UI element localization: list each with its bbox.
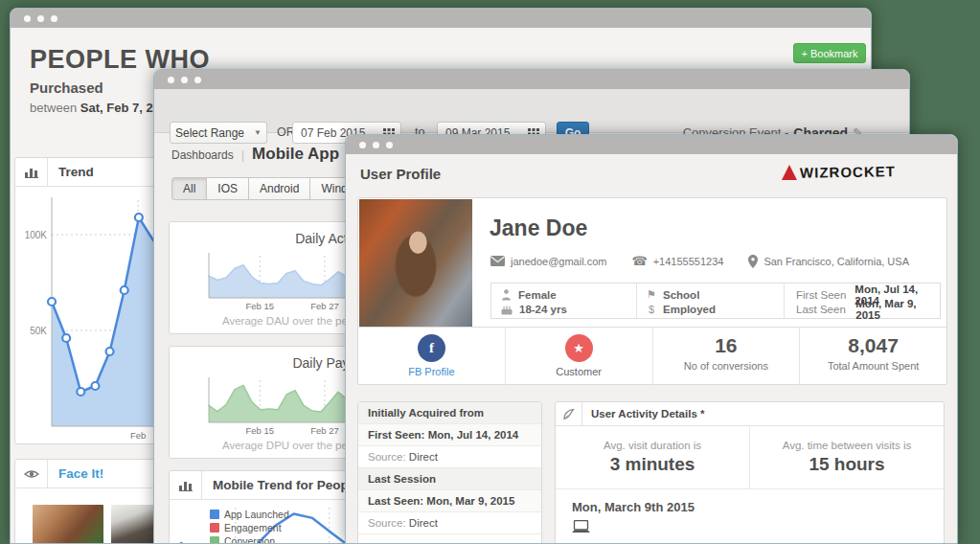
- face-photo[interactable]: [33, 505, 103, 544]
- dollar-icon: $: [647, 304, 656, 315]
- bar-chart-icon: [170, 471, 202, 499]
- bar-chart-icon: [15, 158, 48, 186]
- user-email: janedoe@gmail.com: [511, 256, 606, 267]
- fb-profile-link[interactable]: FB Profile: [358, 366, 505, 377]
- time-between-stat: Avg. time between visits is 15 hours: [749, 426, 944, 488]
- svg-text:Feb 15: Feb 15: [245, 425, 274, 436]
- time-between-value: 15 hours: [750, 454, 944, 475]
- user-gender: Female: [518, 289, 557, 301]
- legend-item: App Launched: [210, 508, 289, 521]
- tab-all[interactable]: All: [171, 177, 207, 200]
- breadcrumb-dashboards[interactable]: Dashboards: [171, 148, 234, 162]
- seen-dates-cell: First Seen Mon, Jul 14, 2014 Last Seen M…: [784, 283, 940, 318]
- envelope-icon: [490, 256, 505, 266]
- rocket-triangle-icon: [782, 165, 797, 180]
- laptop-icon: [572, 520, 944, 537]
- gender-age-cell: Female 18-24 yrs: [491, 283, 636, 318]
- conversions-label: No of conversions: [653, 360, 800, 372]
- acquired-source-2: Source: Direct: [358, 512, 541, 534]
- user-location: San Francisco, California, USA: [763, 256, 909, 267]
- education-employment-cell: ⚑ School $ Employed: [636, 283, 784, 318]
- acquired-source-1: Source: Direct: [358, 446, 541, 468]
- tab-android[interactable]: Android: [248, 177, 310, 200]
- window-dot: [168, 77, 174, 83]
- window-titlebar: [346, 135, 957, 154]
- first-seen-label: First Seen: [796, 289, 848, 301]
- user-employment: Employed: [663, 304, 716, 315]
- activity-stats: Avg. visit duration is 3 minutes Avg. ti…: [556, 426, 944, 489]
- last-seen-label: Last Seen: [796, 304, 849, 315]
- user-name: Jane Doe: [490, 215, 587, 241]
- fb-profile-stat: f FB Profile: [358, 328, 505, 385]
- profile-card: Jane Doe janedoe@gmail.com ☎ +1415555123…: [357, 197, 947, 385]
- spent-stat: 8,047 Total Amount Spent: [799, 328, 946, 385]
- contact-row: janedoe@gmail.com ☎ +14155551234 San Fra…: [490, 254, 909, 268]
- conversions-stat: 16 No of conversions: [652, 328, 800, 385]
- user-education: School: [663, 289, 699, 301]
- customer-stat: ★ Customer: [505, 328, 652, 385]
- location-pin-icon: [748, 255, 758, 268]
- acquired-panel: Initially Acquired from First Seen: Mon,…: [357, 401, 542, 544]
- faceit-panel-title[interactable]: Face It!: [48, 466, 103, 481]
- svg-text:50K: 50K: [30, 326, 47, 336]
- dau-chart: Feb 15Feb 27: [205, 251, 349, 312]
- email-item: janedoe@gmail.com: [490, 256, 606, 267]
- last-seen-value: Mon, Mar 9, 2015: [855, 298, 940, 321]
- activity-title: User Activity Details *: [582, 408, 704, 419]
- trend-panel-title: Trend: [48, 165, 94, 179]
- legend-item: Engagement: [210, 521, 289, 534]
- svg-text:Feb 27: Feb 27: [310, 301, 339, 311]
- acquired-header: Initially Acquired from: [358, 402, 541, 424]
- user-phone: +14155551234: [653, 256, 724, 267]
- select-range-button[interactable]: Select Range: [170, 122, 250, 144]
- segment-date-range: between Sat, Feb 7, 2015: [30, 101, 173, 115]
- location-item: San Francisco, California, USA: [748, 255, 909, 268]
- activity-panel: User Activity Details * Avg. visit durat…: [555, 401, 945, 544]
- window-titlebar: [11, 9, 871, 28]
- user-profile-window: User Profile WIZROCKET Jane Doe janedoe@…: [345, 134, 958, 544]
- trend-chart: 50K100KFeb: [23, 191, 157, 442]
- customer-label: Customer: [506, 366, 652, 377]
- window-dot: [359, 142, 366, 148]
- activity-date: Mon, March 9th 2015: [572, 500, 944, 514]
- svg-text:100K: 100K: [25, 230, 48, 240]
- page-title: User Profile: [360, 166, 441, 182]
- flag-icon: ⚑: [647, 288, 656, 301]
- tab-ios[interactable]: IOS: [206, 177, 249, 200]
- last-session-header: Last Session: [358, 468, 541, 490]
- spent-label: Total Amount Spent: [800, 360, 946, 372]
- phone-icon: ☎: [631, 254, 647, 268]
- demographics-row: Female 18-24 yrs ⚑ School $ Employed: [490, 283, 941, 319]
- legend-swatch-engagement: [210, 523, 219, 533]
- profile-photo: [359, 199, 472, 327]
- window-dot: [373, 142, 379, 148]
- visit-duration-value: 3 minutes: [556, 454, 749, 475]
- wizrocket-logo: WIZROCKET: [782, 164, 896, 180]
- breadcrumb: Dashboards | Mobile App ▼: [171, 145, 355, 164]
- activity-header: User Activity Details *: [556, 402, 944, 426]
- svg-text:Feb 27: Feb 27: [310, 425, 339, 436]
- segment-event: Purchased: [30, 79, 103, 96]
- facebook-icon[interactable]: f: [418, 334, 445, 362]
- eye-icon: [15, 460, 48, 487]
- window-dot: [37, 15, 44, 22]
- star-icon: ★: [565, 334, 593, 362]
- user-age: 18-24 yrs: [519, 304, 567, 315]
- legend-item: Conversion: [210, 534, 289, 544]
- person-icon: [501, 289, 512, 301]
- legend-swatch-app-launched: [210, 510, 219, 519]
- window-titlebar: [154, 70, 909, 89]
- dashboard-title[interactable]: Mobile App: [252, 145, 339, 164]
- acquired-last-seen: Last Seen: Mon, Mar 9, 2015: [358, 490, 541, 512]
- conversions-value: 16: [653, 334, 800, 357]
- svg-text:Feb: Feb: [130, 430, 146, 441]
- select-range-caret[interactable]: ▼: [249, 122, 267, 144]
- spent-value: 8,047: [800, 334, 946, 357]
- window-dot: [194, 77, 201, 83]
- date-range-toolbar: Select Range ▼ OR to Go Conversion Event…: [154, 89, 909, 133]
- bookmark-button[interactable]: + Bookmark: [793, 43, 866, 63]
- svg-text:Feb 15: Feb 15: [245, 301, 274, 311]
- stats-row: f FB Profile ★ Customer 16 No of convers…: [358, 327, 946, 385]
- legend-swatch-conversion: [210, 536, 219, 544]
- window-dot: [386, 142, 393, 148]
